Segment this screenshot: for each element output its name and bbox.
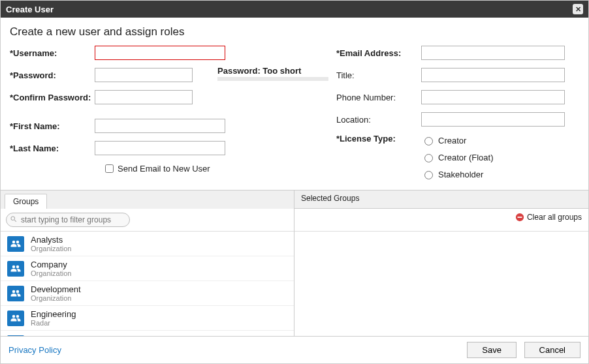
svg-point-5	[16, 290, 20, 293]
username-label: *Username:	[10, 48, 95, 58]
form-area: Create a new user and assign roles *User…	[1, 18, 588, 190]
group-item[interactable]: DevelopmentOrganization	[1, 281, 294, 306]
title-label: Title:	[336, 70, 421, 80]
license-creator-radio[interactable]	[424, 137, 433, 145]
available-groups-pane: Groups AnalystsOrganizationCompanyOrgani…	[1, 190, 294, 336]
cancel-button[interactable]: Cancel	[524, 342, 581, 358]
groups-filter-input[interactable]	[6, 213, 130, 227]
page-title: Create a new user and assign roles	[10, 25, 579, 38]
first-name-input[interactable]	[95, 119, 225, 133]
first-name-label: *First Name:	[10, 121, 95, 131]
search-icon	[10, 215, 18, 223]
password-strength-text: Password: Too short	[217, 66, 328, 76]
license-creator-float-label: Creator (Float)	[438, 153, 494, 162]
titlebar: Create User ✕	[1, 1, 588, 18]
selected-groups-pane: Selected Groups Clear all groups	[294, 190, 588, 336]
password-strength: Password: Too short	[217, 66, 328, 81]
send-email-label: Send Email to New User	[118, 164, 210, 174]
remove-icon	[515, 213, 524, 222]
license-creator-label: Creator	[438, 136, 466, 145]
license-creator-float-radio[interactable]	[424, 154, 433, 162]
license-type-options: Creator Creator (Float) Stakeholder	[421, 134, 506, 179]
group-subtext: Organization	[31, 269, 71, 277]
last-name-label: *Last Name:	[10, 144, 95, 153]
groups-area: Groups AnalystsOrganizationCompanyOrgani…	[1, 190, 588, 336]
people-icon	[7, 261, 24, 277]
dialog-title: Create User	[6, 5, 54, 14]
location-label: Location:	[336, 115, 421, 125]
dialog-footer: Privacy Policy Save Cancel	[1, 336, 588, 363]
license-stakeholder-label: Stakeholder	[438, 170, 483, 179]
close-icon[interactable]: ✕	[573, 4, 583, 14]
svg-rect-11	[517, 217, 522, 218]
license-stakeholder-radio[interactable]	[424, 171, 433, 179]
email-label: *Email Address:	[336, 48, 421, 58]
svg-point-7	[16, 314, 20, 318]
group-name: Company	[31, 260, 71, 269]
save-button[interactable]: Save	[467, 342, 517, 358]
username-input[interactable]	[95, 46, 225, 60]
last-name-input[interactable]	[95, 141, 225, 155]
confirm-password-label: *Confirm Password:	[10, 93, 95, 102]
dialog-content: Create a new user and assign roles *User…	[1, 18, 588, 363]
people-icon	[7, 311, 24, 326]
selected-groups-list	[294, 232, 588, 336]
phone-input[interactable]	[421, 90, 565, 104]
people-icon	[7, 286, 24, 301]
svg-point-6	[12, 314, 16, 318]
people-icon	[7, 236, 24, 252]
group-item[interactable]: Organization AdminOrganization	[1, 331, 294, 336]
tab-groups[interactable]: Groups	[5, 194, 47, 209]
group-name: Analysts	[31, 235, 71, 245]
svg-point-3	[16, 265, 20, 268]
group-name: Engineering	[31, 309, 76, 319]
phone-label: Phone Number:	[336, 93, 421, 102]
send-email-checkbox[interactable]	[105, 164, 114, 173]
location-input[interactable]	[421, 112, 565, 127]
group-subtext: Radar	[31, 319, 76, 327]
password-input[interactable]	[95, 68, 193, 82]
group-subtext: Organization	[31, 294, 81, 302]
clear-all-groups-label: Clear all groups	[527, 213, 582, 222]
selected-groups-header: Selected Groups	[294, 190, 588, 209]
svg-point-2	[12, 265, 16, 268]
group-item[interactable]: AnalystsOrganization	[1, 232, 294, 256]
group-name: Development	[31, 284, 81, 294]
password-strength-bar	[217, 77, 328, 81]
available-groups-list: AnalystsOrganizationCompanyOrganizationD…	[1, 232, 294, 336]
create-user-dialog: Create User ✕ Create a new user and assi…	[0, 0, 589, 364]
group-item[interactable]: EngineeringRadar	[1, 306, 294, 331]
privacy-policy-link[interactable]: Privacy Policy	[8, 345, 61, 355]
email-input[interactable]	[421, 46, 565, 60]
title-input[interactable]	[421, 68, 565, 82]
confirm-password-input[interactable]	[95, 90, 193, 104]
license-type-label: *License Type:	[336, 134, 421, 144]
svg-point-4	[12, 290, 16, 293]
password-label: *Password:	[10, 70, 95, 80]
group-item[interactable]: CompanyOrganization	[1, 256, 294, 281]
group-subtext: Organization	[31, 245, 71, 252]
clear-all-groups-link[interactable]: Clear all groups	[515, 213, 582, 222]
svg-point-1	[16, 240, 20, 243]
groups-tab-row: Groups	[1, 190, 294, 209]
svg-point-0	[12, 240, 16, 243]
